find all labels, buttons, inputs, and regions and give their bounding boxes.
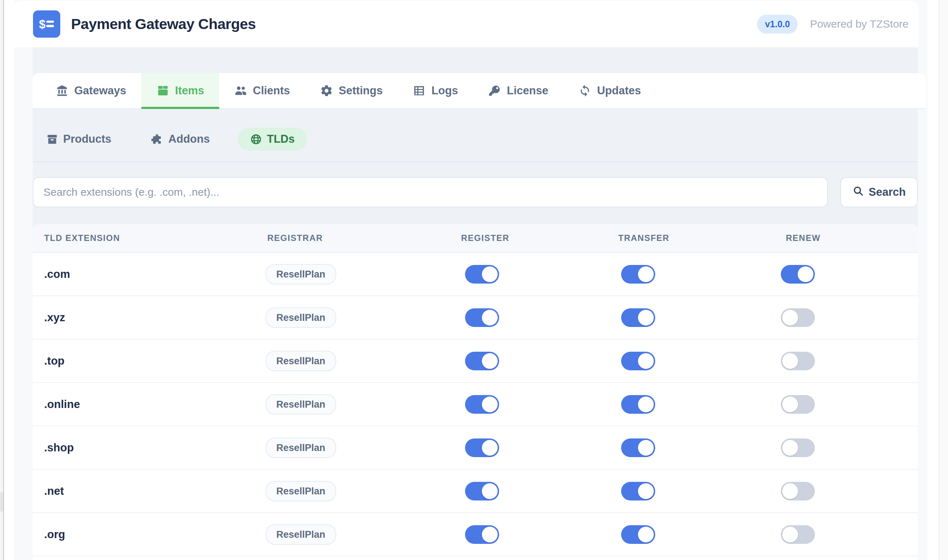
transfer-toggle[interactable]	[621, 352, 655, 370]
tld-cell: .xyz	[44, 311, 65, 324]
brand: $ Payment Gateway Charges	[33, 11, 256, 38]
tab-gateways[interactable]: Gateways	[40, 73, 141, 108]
transfer-toggle[interactable]	[621, 482, 655, 500]
tld-cell: .net	[44, 485, 64, 498]
transfer-toggle[interactable]	[621, 438, 655, 457]
renew-toggle[interactable]	[781, 352, 815, 370]
toggle-knob	[638, 310, 654, 326]
users-icon	[234, 84, 247, 97]
tld-cell: .top	[44, 355, 65, 368]
tab-label: Logs	[431, 84, 458, 97]
tld-cell: .online	[44, 398, 80, 411]
registrar-badge: ResellPlan	[266, 524, 336, 545]
gear-icon	[320, 84, 333, 97]
toggle-knob	[782, 483, 798, 499]
register-toggle[interactable]	[465, 308, 499, 327]
table-row: .com ResellPlan	[32, 253, 918, 296]
table-header-row: TLD EXTENSION REGISTRAR REGISTER TRANSFE…	[32, 224, 918, 253]
search-button-label: Search	[869, 186, 906, 198]
col-header-registrar: REGISTRAR	[267, 233, 323, 243]
subtab-label: Addons	[168, 133, 210, 146]
search-icon	[852, 185, 864, 199]
archive-box-icon	[46, 133, 58, 145]
window-border-line	[3, 0, 4, 560]
toggle-knob	[782, 353, 798, 369]
renew-toggle[interactable]	[781, 438, 815, 457]
section-divider	[32, 162, 918, 162]
tld-cell: .shop	[44, 442, 74, 454]
toggle-knob	[638, 483, 654, 499]
puzzle-icon	[151, 133, 163, 145]
registrar-badge: ResellPlan	[266, 481, 336, 501]
payment-gateway-charges-page: $ Payment Gateway Charges v1.0.0 Powered…	[0, 0, 948, 560]
search-button[interactable]: Search	[840, 177, 918, 207]
transfer-toggle[interactable]	[621, 308, 655, 327]
toggle-knob	[482, 266, 498, 282]
toggle-knob	[482, 310, 498, 326]
search-input[interactable]	[32, 177, 828, 207]
table-row: .xyz ResellPlan	[32, 296, 918, 340]
toggle-knob	[782, 310, 798, 326]
toggle-knob	[638, 440, 654, 456]
bank-icon	[56, 84, 68, 97]
window-edge-artifact	[0, 492, 3, 512]
tab-label: Updates	[597, 84, 641, 97]
tab-label: Items	[175, 84, 204, 97]
toggle-knob	[782, 440, 798, 456]
toggle-knob	[482, 440, 498, 456]
powered-by-text: Powered by TZStore	[810, 18, 908, 30]
register-toggle[interactable]	[465, 395, 499, 414]
toggle-knob	[638, 266, 654, 282]
tab-updates[interactable]: Updates	[564, 73, 656, 108]
renew-toggle[interactable]	[781, 395, 815, 414]
register-toggle[interactable]	[465, 525, 499, 544]
col-header-renew: RENEW	[786, 233, 821, 243]
tab-license[interactable]: License	[473, 73, 563, 108]
table-row: .org ResellPlan	[32, 513, 918, 556]
table-body: .com ResellPlan .xyz ResellPlan .top Res…	[32, 253, 918, 556]
toggle-knob	[482, 527, 498, 542]
registrar-badge: ResellPlan	[266, 351, 336, 371]
toggle-knob	[798, 266, 814, 282]
tld-cell: .org	[44, 528, 65, 541]
register-toggle[interactable]	[465, 482, 499, 500]
toggle-knob	[782, 527, 798, 542]
svg-text:$: $	[39, 18, 46, 31]
toggle-knob	[638, 353, 654, 369]
renew-toggle[interactable]	[781, 482, 815, 500]
tld-cell: .com	[44, 268, 70, 281]
subtab-addons[interactable]: Addons	[139, 128, 222, 151]
window-left-edge	[0, 0, 3, 560]
registrar-badge: ResellPlan	[266, 307, 336, 328]
version-badge: v1.0.0	[757, 15, 798, 34]
scrollbar-track[interactable]	[939, 0, 948, 560]
renew-toggle[interactable]	[781, 525, 815, 544]
tab-logs[interactable]: Logs	[398, 73, 473, 108]
transfer-toggle[interactable]	[621, 395, 655, 414]
tab-clients[interactable]: Clients	[219, 73, 305, 108]
register-toggle[interactable]	[465, 352, 499, 370]
transfer-toggle[interactable]	[621, 265, 655, 284]
subtab-tlds[interactable]: TLDs	[238, 128, 307, 151]
renew-toggle[interactable]	[781, 308, 815, 327]
toggle-knob	[638, 527, 654, 542]
subtab-products[interactable]: Products	[34, 128, 124, 151]
toggle-knob	[638, 397, 654, 412]
renew-toggle[interactable]	[781, 265, 815, 284]
col-header-register: REGISTER	[461, 233, 510, 243]
register-toggle[interactable]	[465, 438, 499, 457]
tab-label: License	[506, 84, 548, 97]
table-row: .online ResellPlan	[32, 383, 918, 426]
register-toggle[interactable]	[465, 265, 499, 284]
key-icon	[488, 84, 501, 97]
tab-settings[interactable]: Settings	[305, 73, 398, 108]
transfer-toggle[interactable]	[621, 525, 655, 544]
tab-label: Gateways	[74, 84, 126, 97]
subtab-label: TLDs	[267, 133, 295, 146]
toggle-knob	[782, 397, 798, 412]
toggle-knob	[482, 483, 498, 499]
table-list-icon	[413, 84, 426, 97]
tab-items[interactable]: Items	[141, 73, 219, 108]
box-icon	[156, 84, 169, 97]
col-header-transfer: TRANSFER	[618, 233, 670, 243]
